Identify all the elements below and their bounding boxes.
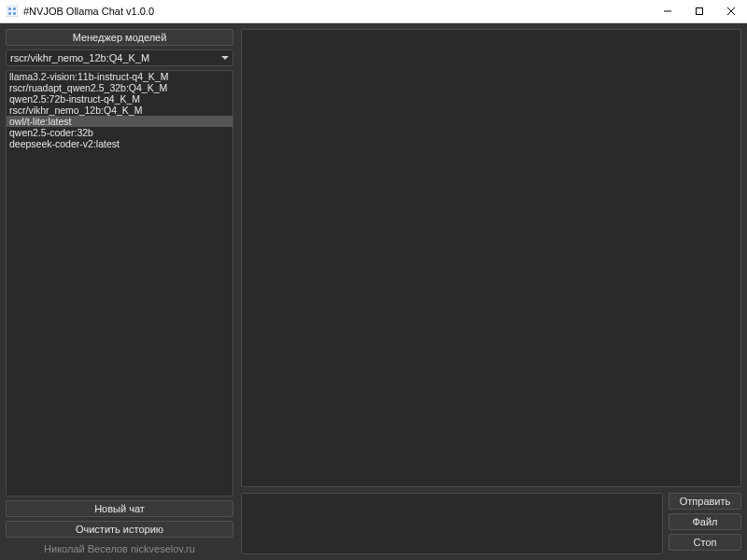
close-button[interactable] [715,0,747,22]
svg-rect-6 [697,8,703,15]
list-item[interactable]: qwen2.5-coder:32b [7,127,233,138]
list-item[interactable]: deepseek-coder-v2:latest [7,138,233,149]
left-panel: Менеджер моделей rscr/vikhr_nemo_12b:Q4_… [6,29,233,554]
svg-rect-3 [8,12,11,15]
list-item[interactable]: qwen2.5:72b-instruct-q4_K_M [7,93,233,105]
app-icon [6,5,19,18]
window-title: #NVJOB Ollama Chat v1.0.0 [23,6,154,17]
send-label: Отправить [680,496,731,507]
model-manager-label: Менеджер моделей [73,32,167,43]
titlebar: #NVJOB Ollama Chat v1.0.0 [0,0,747,23]
right-panel: Отправить Файл Стоп [241,29,741,554]
list-item[interactable]: owl/t-lite:latest [7,116,233,127]
clear-history-button[interactable]: Очистить историю [6,521,233,538]
new-chat-button[interactable]: Новый чат [6,500,233,517]
model-manager-button[interactable]: Менеджер моделей [6,29,233,46]
file-label: Файл [692,516,717,527]
minimize-button[interactable] [652,0,684,22]
svg-rect-0 [7,6,18,17]
list-item[interactable]: llama3.2-vision:11b-instruct-q4_K_M [7,71,233,82]
model-select[interactable]: rscr/vikhr_nemo_12b:Q4_K_M [6,49,233,66]
maximize-button[interactable] [684,0,715,22]
model-listbox[interactable]: llama3.2-vision:11b-instruct-q4_K_Mrscr/… [6,70,233,497]
svg-rect-4 [13,12,16,15]
stop-button[interactable]: Стоп [669,534,741,551]
file-button[interactable]: Файл [669,513,741,530]
list-item[interactable]: rscr/ruadapt_qwen2.5_32b:Q4_K_M [7,82,233,93]
input-row: Отправить Файл Стоп [241,493,741,554]
send-button[interactable]: Отправить [669,493,741,510]
chat-display[interactable] [241,29,741,487]
svg-rect-1 [8,7,11,10]
list-item[interactable]: rscr/vikhr_nemo_12b:Q4_K_M [7,105,233,116]
chat-input[interactable] [241,493,663,554]
svg-rect-2 [13,7,16,10]
footer-credit: Николай Веселов nickveselov.ru [6,541,233,554]
app-window: #NVJOB Ollama Chat v1.0.0 Менеджер модел… [0,0,747,560]
stop-label: Стоп [694,537,717,548]
app-body: Менеджер моделей rscr/vikhr_nemo_12b:Q4_… [0,23,747,560]
chevron-down-icon [221,56,229,60]
clear-history-label: Очистить историю [76,524,163,535]
action-buttons: Отправить Файл Стоп [669,493,741,554]
new-chat-label: Новый чат [94,503,145,514]
model-select-value: rscr/vikhr_nemo_12b:Q4_K_M [10,52,149,63]
